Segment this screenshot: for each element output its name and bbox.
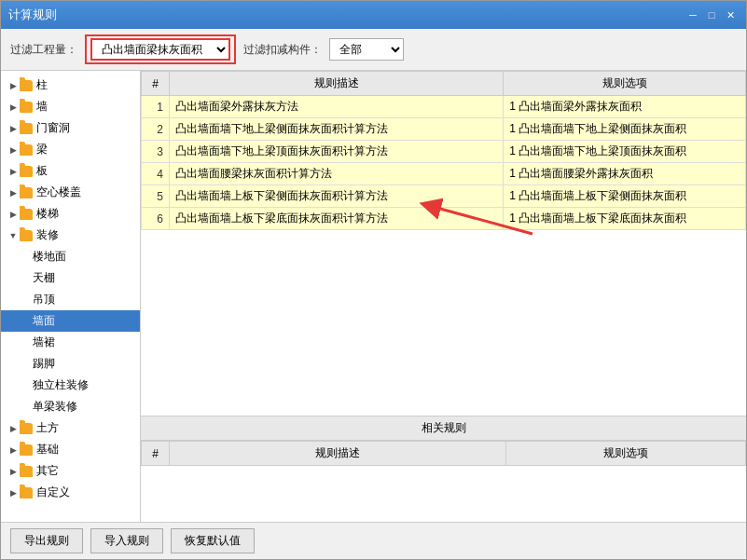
sidebar-item[interactable]: 天棚	[1, 267, 140, 289]
sidebar-item[interactable]: ▶其它	[1, 460, 140, 482]
table-row[interactable]: 1凸出墙面梁外露抹灰方法1 凸出墙面梁外露抹灰面积	[142, 96, 746, 118]
sidebar-item-label: 墙裙	[33, 335, 55, 350]
window-body: 过滤工程量： 凸出墙面梁抹灰面积 过滤扣减构件： 全部 ▶柱▶墙▶门窗洞▶梁▶板…	[1, 29, 746, 559]
sidebar[interactable]: ▶柱▶墙▶门窗洞▶梁▶板▶空心楼盖▶楼梯▼装修楼地面天棚吊顶墙面墙裙踢脚独立柱装…	[1, 71, 141, 522]
sidebar-item[interactable]: ▶楼梯	[1, 203, 140, 225]
row-option: 1 凸出墙面墙上板下梁侧面抹灰面积	[504, 185, 746, 208]
folder-icon	[20, 444, 33, 456]
sidebar-item-label: 基础	[36, 442, 59, 458]
toggle-arrow-icon: ▼	[8, 231, 18, 240]
sidebar-item[interactable]: 单梁装修	[1, 396, 140, 417]
toggle-arrow-icon: ▶	[8, 210, 18, 219]
folder-icon	[20, 144, 33, 156]
title-bar: 计算规则 ─ □ ✕	[1, 1, 746, 29]
row-desc: 凸出墙面墙上板下梁底面抹灰面积计算方法	[170, 208, 504, 230]
filter-dropdown-2[interactable]: 全部	[329, 38, 404, 61]
folder-icon	[20, 80, 33, 91]
sidebar-item[interactable]: ▶基础	[1, 439, 140, 460]
window-title: 计算规则	[8, 7, 57, 23]
sidebar-item-label: 踢脚	[33, 356, 55, 372]
folder-icon	[20, 209, 33, 220]
sidebar-item-label: 墙面	[33, 313, 55, 329]
sidebar-item[interactable]: ▶板	[1, 160, 140, 182]
sidebar-item[interactable]: ▶自定义	[1, 482, 140, 503]
filter-dropdown-1[interactable]: 凸出墙面梁抹灰面积	[90, 38, 230, 61]
row-option: 1 凸出墙面梁外露抹灰面积	[504, 96, 746, 118]
filter-bar: 过滤工程量： 凸出墙面梁抹灰面积 过滤扣减构件： 全部	[1, 29, 746, 71]
sidebar-item-label: 装修	[36, 227, 59, 243]
row-desc: 凸出墙面梁外露抹灰方法	[170, 96, 504, 118]
close-button[interactable]: ✕	[722, 7, 739, 23]
related-section: 相关规则 # 规则描述 规则选项	[141, 416, 746, 522]
row-option: 1 凸出墙面墙下地上梁侧面抹灰面积	[504, 118, 746, 141]
folder-icon	[20, 166, 33, 177]
related-col-opt: 规则选项	[505, 442, 746, 466]
sidebar-item[interactable]: 吊顶	[1, 289, 140, 310]
sidebar-item[interactable]: ▶门窗洞	[1, 117, 140, 139]
main-content: ▶柱▶墙▶门窗洞▶梁▶板▶空心楼盖▶楼梯▼装修楼地面天棚吊顶墙面墙裙踢脚独立柱装…	[1, 71, 746, 522]
folder-icon	[20, 487, 33, 499]
toggle-arrow-icon: ▶	[8, 124, 18, 133]
sidebar-item-label: 吊顶	[33, 292, 55, 307]
minimize-button[interactable]: ─	[685, 7, 701, 23]
rules-table: # 规则描述 规则选项 1凸出墙面梁外露抹灰方法1 凸出墙面梁外露抹灰面积2凸出…	[141, 71, 746, 230]
toggle-arrow-icon: ▶	[8, 467, 18, 476]
row-num: 6	[142, 208, 170, 230]
row-option: 1 凸出墙面墙下地上梁顶面抹灰面积	[504, 141, 746, 163]
sidebar-item[interactable]: 墙裙	[1, 332, 140, 353]
toggle-arrow-icon: ▶	[8, 445, 18, 455]
main-window: 计算规则 ─ □ ✕ 过滤工程量： 凸出墙面梁抹灰面积 过滤扣减构件： 全部	[0, 0, 747, 560]
table-row[interactable]: 2凸出墙面墙下地上梁侧面抹灰面积计算方法1 凸出墙面墙下地上梁侧面抹灰面积	[142, 118, 746, 141]
sidebar-item-label: 门窗洞	[36, 120, 70, 136]
row-num: 2	[142, 118, 170, 141]
sidebar-item-label: 楼地面	[33, 249, 66, 265]
sidebar-item[interactable]: ▼装修	[1, 225, 140, 246]
sidebar-item-label: 柱	[36, 77, 48, 93]
window-controls: ─ □ ✕	[685, 7, 739, 23]
sidebar-item[interactable]: 墙面	[1, 310, 140, 332]
toggle-arrow-icon: ▶	[8, 167, 18, 176]
sidebar-item[interactable]: 独立柱装修	[1, 375, 140, 396]
row-desc: 凸出墙面腰梁抹灰面积计算方法	[170, 163, 504, 185]
table-row[interactable]: 4凸出墙面腰梁抹灰面积计算方法1 凸出墙面腰梁外露抹灰面积	[142, 163, 746, 185]
filter-label-2: 过滤扣减构件：	[243, 42, 322, 58]
sidebar-item[interactable]: 踢脚	[1, 353, 140, 375]
sidebar-item-label: 天棚	[33, 270, 55, 286]
export-rules-button[interactable]: 导出规则	[10, 528, 83, 553]
row-option: 1 凸出墙面墙上板下梁底面抹灰面积	[504, 208, 746, 230]
sidebar-item-label: 单梁装修	[33, 399, 77, 415]
maximize-button[interactable]: □	[703, 7, 720, 23]
folder-icon	[20, 187, 33, 198]
reset-defaults-button[interactable]: 恢复默认值	[171, 528, 255, 553]
table-row[interactable]: 6凸出墙面墙上板下梁底面抹灰面积计算方法1 凸出墙面墙上板下梁底面抹灰面积	[142, 208, 746, 230]
related-header: 相关规则	[141, 417, 746, 441]
filter-highlight-box: 凸出墙面梁抹灰面积	[85, 34, 236, 64]
col-num-header: #	[142, 72, 170, 96]
table-row[interactable]: 5凸出墙面墙上板下梁侧面抹灰面积计算方法1 凸出墙面墙上板下梁侧面抹灰面积	[142, 185, 746, 208]
sidebar-item[interactable]: ▶墙	[1, 96, 140, 117]
sidebar-item-label: 土方	[36, 420, 59, 436]
toggle-arrow-icon: ▶	[8, 424, 18, 433]
import-rules-button[interactable]: 导入规则	[90, 528, 163, 553]
toggle-arrow-icon: ▶	[8, 81, 18, 90]
toggle-arrow-icon: ▶	[8, 488, 18, 498]
row-desc: 凸出墙面墙下地上梁侧面抹灰面积计算方法	[170, 118, 504, 141]
toggle-arrow-icon: ▶	[8, 188, 18, 198]
sidebar-item[interactable]: ▶空心楼盖	[1, 182, 140, 203]
right-panel: # 规则描述 规则选项 1凸出墙面梁外露抹灰方法1 凸出墙面梁外露抹灰面积2凸出…	[141, 71, 746, 522]
toggle-arrow-icon: ▶	[8, 145, 18, 155]
sidebar-item[interactable]: 楼地面	[1, 246, 140, 267]
row-desc: 凸出墙面墙上板下梁侧面抹灰面积计算方法	[170, 185, 504, 208]
sidebar-item[interactable]: ▶柱	[1, 75, 140, 96]
table-row[interactable]: 3凸出墙面墙下地上梁顶面抹灰面积计算方法1 凸出墙面墙下地上梁顶面抹灰面积	[142, 141, 746, 163]
row-option: 1 凸出墙面腰梁外露抹灰面积	[504, 163, 746, 185]
bottom-bar: 导出规则 导入规则 恢复默认值	[1, 522, 746, 559]
sidebar-item[interactable]: ▶土方	[1, 417, 140, 439]
filter-label-1: 过滤工程量：	[10, 42, 77, 58]
folder-icon	[20, 123, 33, 134]
rules-table-section: # 规则描述 规则选项 1凸出墙面梁外露抹灰方法1 凸出墙面梁外露抹灰面积2凸出…	[141, 71, 746, 416]
sidebar-item-label: 空心楼盖	[36, 184, 81, 200]
sidebar-item[interactable]: ▶梁	[1, 139, 140, 160]
col-desc-header: 规则描述	[170, 72, 504, 96]
row-num: 3	[142, 141, 170, 163]
